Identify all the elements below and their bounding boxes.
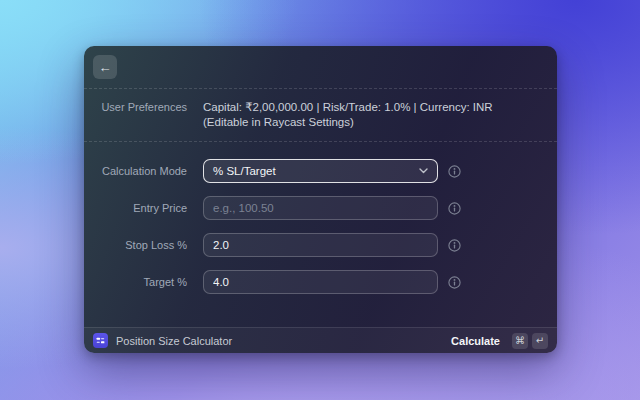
- entry-price-input[interactable]: [203, 196, 438, 220]
- entry-price-label: Entry Price: [84, 202, 187, 214]
- action-bar: Position Size Calculator Calculate ⌘ ↵: [84, 327, 557, 353]
- user-preferences-label: User Preferences: [84, 100, 187, 113]
- calculate-button[interactable]: Calculate: [451, 335, 500, 347]
- chevron-down-icon: [419, 168, 428, 174]
- user-preferences-row: User Preferences Capital: ₹2,00,000.00 |…: [84, 89, 557, 142]
- calculation-mode-row: Calculation Mode % SL/Target: [84, 159, 557, 183]
- calculation-mode-dropdown[interactable]: % SL/Target: [203, 159, 438, 183]
- preferences-line-1: Capital: ₹2,00,000.00 | Risk/Trade: 1.0%…: [203, 100, 493, 115]
- calculation-mode-value: % SL/Target: [213, 165, 276, 177]
- entry-price-row: Entry Price: [84, 196, 557, 220]
- form-content: User Preferences Capital: ₹2,00,000.00 |…: [84, 89, 557, 327]
- raycast-window: ← User Preferences Capital: ₹2,00,000.00…: [84, 46, 557, 353]
- preferences-line-2: (Editable in Raycast Settings): [203, 115, 493, 130]
- calculation-mode-label: Calculation Mode: [84, 165, 187, 177]
- info-icon[interactable]: [448, 202, 461, 215]
- desktop-background: ← User Preferences Capital: ₹2,00,000.00…: [0, 0, 640, 400]
- extension-title: Position Size Calculator: [116, 335, 232, 347]
- return-key-icon: ↵: [532, 333, 548, 349]
- stop-loss-row: Stop Loss %: [84, 233, 557, 257]
- window-header: ←: [84, 46, 557, 89]
- target-input[interactable]: [203, 270, 438, 294]
- primary-action[interactable]: Calculate ⌘ ↵: [451, 333, 548, 349]
- info-icon[interactable]: [448, 165, 461, 178]
- position-size-calculator-icon: [93, 333, 108, 348]
- back-button[interactable]: ←: [93, 55, 117, 79]
- back-arrow-icon: ←: [99, 61, 112, 74]
- stop-loss-label: Stop Loss %: [84, 239, 187, 251]
- info-icon[interactable]: [448, 239, 461, 252]
- stop-loss-input[interactable]: [203, 233, 438, 257]
- form-rows: Calculation Mode % SL/Target Entry Price: [84, 142, 557, 294]
- info-icon[interactable]: [448, 276, 461, 289]
- target-row: Target %: [84, 270, 557, 294]
- user-preferences-value: Capital: ₹2,00,000.00 | Risk/Trade: 1.0%…: [203, 100, 493, 130]
- target-label: Target %: [84, 276, 187, 288]
- command-key-icon: ⌘: [512, 333, 528, 349]
